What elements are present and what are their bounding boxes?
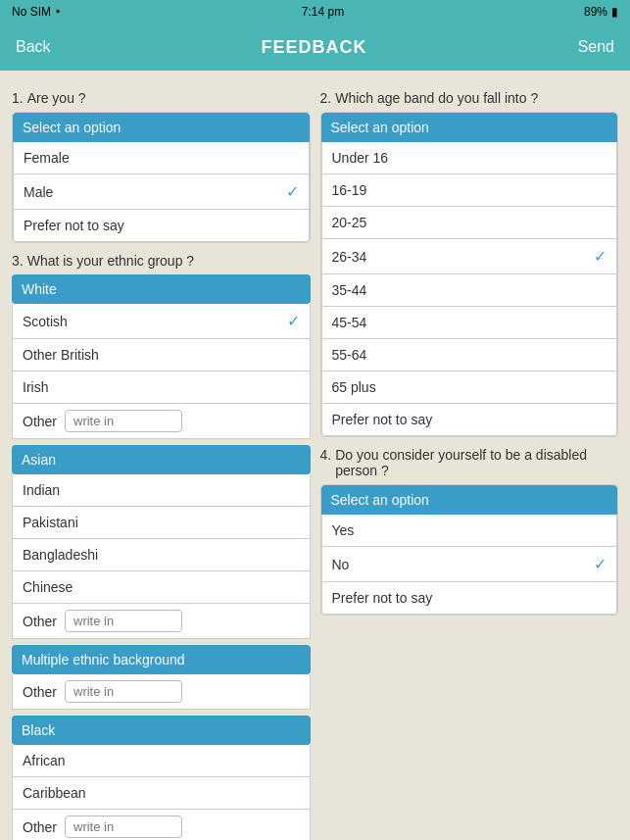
q2-number: 2. xyxy=(320,90,332,106)
group-multiple-options: Other xyxy=(12,674,311,710)
battery-text: 89% xyxy=(584,5,607,19)
group-white-header: White xyxy=(12,274,311,304)
q2-title: 2. Which age band do you fall into ? xyxy=(320,90,619,106)
option-scotish[interactable]: Scotish ✓ xyxy=(13,304,310,339)
option-other-british[interactable]: Other British xyxy=(13,339,310,371)
option-asian-other[interactable]: Other xyxy=(13,604,310,638)
q2-option-26-34[interactable]: 26-34 ✓ xyxy=(322,239,617,274)
q4-label: Do you consider yourself to be a disable… xyxy=(335,447,618,478)
q1-title: 1. Are you ? xyxy=(12,90,311,106)
group-asian: Asian Indian Pakistani Bangladeshi Chine… xyxy=(12,445,311,639)
q1-option-male[interactable]: Male ✓ xyxy=(14,174,309,210)
q2-option-55-64[interactable]: 55-64 xyxy=(322,339,617,371)
option-irish[interactable]: Irish xyxy=(13,371,310,404)
q1-options-list: Female Male ✓ Prefer not to say xyxy=(13,142,310,242)
q4-title: 4. Do you consider yourself to be a disa… xyxy=(320,447,619,478)
status-bar: No SIM ‣ 7:14 pm 89% ▮ xyxy=(0,0,630,24)
q2-options-block: Select an option Under 16 16-19 20-25 26… xyxy=(320,112,619,437)
q1-prefer-label: Prefer not to say xyxy=(24,218,124,233)
group-multiple-header: Multiple ethnic background xyxy=(12,645,311,674)
question-1: 1. Are you ? Select an option Female Mal… xyxy=(12,90,311,243)
q2-option-45-54[interactable]: 45-54 xyxy=(322,307,617,339)
q1-female-label: Female xyxy=(24,150,70,166)
battery-icon: ▮ xyxy=(611,5,618,19)
option-multiple-other[interactable]: Other xyxy=(13,674,310,709)
group-black-header: Black xyxy=(12,716,311,745)
q2-option-35-44[interactable]: 35-44 xyxy=(322,274,617,307)
status-bar-time: 7:14 pm xyxy=(302,5,344,19)
group-asian-header: Asian xyxy=(12,445,311,474)
group-black: Black African Caribbean Other xyxy=(12,716,311,840)
q4-option-yes[interactable]: Yes xyxy=(322,515,617,547)
q3-label: What is your ethnic group ? xyxy=(27,253,194,269)
q4-no-check: ✓ xyxy=(594,555,606,573)
black-other-input[interactable] xyxy=(65,815,182,838)
q4-option-no[interactable]: No ✓ xyxy=(322,547,617,582)
q4-options-block: Select an option Yes No ✓ Prefer not to … xyxy=(320,484,619,616)
q1-number: 1. xyxy=(12,90,24,106)
option-black-other[interactable]: Other xyxy=(13,810,310,840)
q1-option-prefer[interactable]: Prefer not to say xyxy=(14,210,309,241)
q1-male-check: ✓ xyxy=(286,182,299,201)
q3-number: 3. xyxy=(12,253,24,269)
white-other-input[interactable] xyxy=(65,410,182,432)
option-indian[interactable]: Indian xyxy=(13,474,310,507)
page-title: FEEDBACK xyxy=(262,37,367,58)
status-bar-right: 89% ▮ xyxy=(584,5,618,19)
q4-number: 4. xyxy=(320,447,332,463)
q2-option-16-19[interactable]: 16-19 xyxy=(322,174,617,207)
q1-options-block: Select an option Female Male ✓ Prefer no… xyxy=(12,112,311,243)
send-button[interactable]: Send xyxy=(578,38,614,56)
q2-option-prefer[interactable]: Prefer not to say xyxy=(322,404,617,435)
option-pakistani[interactable]: Pakistani xyxy=(13,507,310,539)
q2-option-under16[interactable]: Under 16 xyxy=(322,142,617,174)
group-white: White Scotish ✓ Other British Irish Othe… xyxy=(12,274,311,439)
q2-option-20-25[interactable]: 20-25 xyxy=(322,207,617,239)
q2-options-list: Under 16 16-19 20-25 26-34 ✓ 35-44 xyxy=(321,142,618,436)
wifi-icon: ‣ xyxy=(55,5,62,19)
q3-title: 3. What is your ethnic group ? xyxy=(12,253,311,269)
status-bar-left: No SIM ‣ xyxy=(12,5,62,19)
back-button[interactable]: Back xyxy=(16,38,51,56)
left-column: 1. Are you ? Select an option Female Mal… xyxy=(12,82,311,840)
multiple-other-input[interactable] xyxy=(65,680,182,703)
nav-bar: Back FEEDBACK Send xyxy=(0,24,630,71)
option-african[interactable]: African xyxy=(13,745,310,777)
scotish-check: ✓ xyxy=(287,312,300,330)
q2-option-65plus[interactable]: 65 plus xyxy=(322,371,617,404)
q4-option-prefer[interactable]: Prefer not to say xyxy=(322,582,617,614)
q4-select-bar[interactable]: Select an option xyxy=(321,485,618,515)
carrier-text: No SIM xyxy=(12,5,51,19)
question-3: 3. What is your ethnic group ? White Sco… xyxy=(12,253,311,840)
group-white-options: Scotish ✓ Other British Irish Other xyxy=(12,304,311,439)
option-bangladeshi[interactable]: Bangladeshi xyxy=(13,539,310,571)
group-asian-options: Indian Pakistani Bangladeshi Chinese Oth… xyxy=(12,474,311,639)
q1-select-bar[interactable]: Select an option xyxy=(13,113,310,142)
right-column: 2. Which age band do you fall into ? Sel… xyxy=(320,82,619,840)
q2-label: Which age band do you fall into ? xyxy=(335,90,538,106)
option-caribbean[interactable]: Caribbean xyxy=(13,777,310,810)
q1-male-label: Male xyxy=(24,184,53,200)
group-multiple: Multiple ethnic background Other xyxy=(12,645,311,710)
asian-other-input[interactable] xyxy=(65,610,182,632)
q2-26-34-check: ✓ xyxy=(594,247,606,266)
q1-option-female[interactable]: Female xyxy=(14,142,309,174)
q1-label: Are you ? xyxy=(27,90,86,106)
question-2: 2. Which age band do you fall into ? Sel… xyxy=(320,90,619,437)
main-content: 1. Are you ? Select an option Female Mal… xyxy=(0,71,630,840)
q4-options-list: Yes No ✓ Prefer not to say xyxy=(321,515,618,615)
option-chinese[interactable]: Chinese xyxy=(13,571,310,604)
option-white-other[interactable]: Other xyxy=(13,404,310,438)
q2-select-bar[interactable]: Select an option xyxy=(321,113,618,142)
question-4: 4. Do you consider yourself to be a disa… xyxy=(320,447,619,616)
group-black-options: African Caribbean Other xyxy=(12,745,311,840)
